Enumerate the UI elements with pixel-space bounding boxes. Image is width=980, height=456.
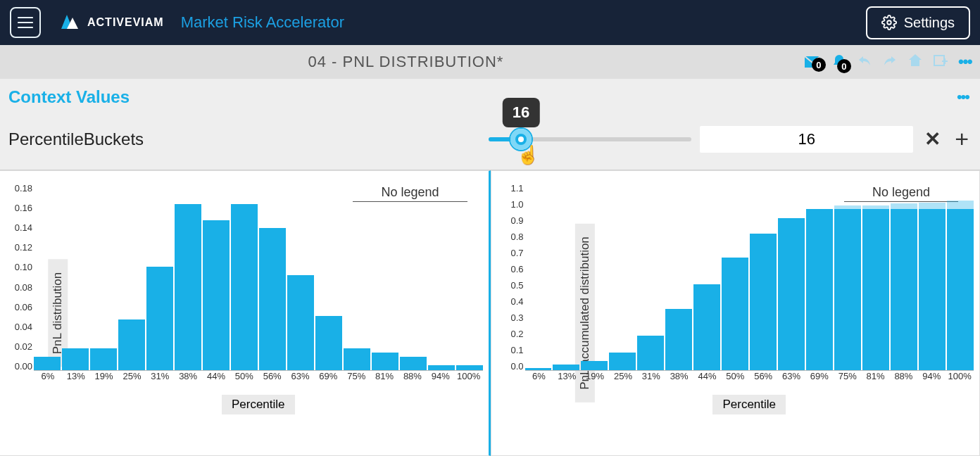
gear-icon bbox=[881, 15, 897, 30]
home-button[interactable] bbox=[907, 53, 923, 71]
bar[interactable] bbox=[315, 316, 342, 370]
chart-x-axis: 6%13%19%25%31%38%44%50%56%63%69%75%81%88… bbox=[525, 371, 974, 388]
bar[interactable] bbox=[428, 365, 455, 370]
bar[interactable] bbox=[344, 348, 370, 370]
bar[interactable] bbox=[722, 258, 748, 370]
bar[interactable] bbox=[203, 220, 230, 370]
undo-button[interactable] bbox=[857, 53, 872, 70]
bar[interactable] bbox=[525, 368, 552, 370]
remove-context-button[interactable]: ✕ bbox=[922, 127, 943, 151]
bar[interactable] bbox=[287, 275, 314, 370]
bar[interactable] bbox=[778, 218, 805, 370]
bar[interactable] bbox=[34, 357, 61, 370]
settings-button[interactable]: Settings bbox=[866, 6, 970, 39]
bar[interactable] bbox=[891, 209, 917, 370]
x-tick: 75% bbox=[834, 371, 862, 388]
brand-logo-icon bbox=[55, 8, 83, 37]
x-tick: 81% bbox=[370, 371, 398, 388]
bar[interactable] bbox=[175, 204, 201, 370]
slider-tooltip: 16 bbox=[503, 98, 539, 127]
bar[interactable] bbox=[665, 309, 692, 370]
y-tick: 1.0 bbox=[498, 200, 524, 209]
chart-pnl-distribution: PnL distribution No legend 0.180.160.140… bbox=[0, 170, 491, 456]
bar[interactable] bbox=[118, 319, 145, 370]
y-tick: 0.04 bbox=[7, 322, 32, 331]
top-nav: ACTIVEVIAM Market Risk Accelerator Setti… bbox=[0, 0, 980, 45]
y-tick: 1.1 bbox=[498, 184, 524, 193]
bar[interactable] bbox=[231, 204, 258, 370]
bar[interactable] bbox=[862, 209, 889, 370]
bar[interactable] bbox=[146, 267, 173, 370]
x-tick: 6% bbox=[525, 371, 553, 388]
svg-point-5 bbox=[887, 20, 891, 25]
bar[interactable] bbox=[400, 357, 427, 370]
add-context-button[interactable]: + bbox=[952, 125, 972, 153]
title-bar: 04 - PNL DISTRIBUTION* 0 0 ••• bbox=[0, 45, 980, 79]
alerts-button[interactable]: 0 bbox=[831, 53, 847, 70]
add-panel-icon bbox=[933, 53, 948, 68]
bar[interactable] bbox=[750, 234, 777, 370]
x-tick: 38% bbox=[174, 371, 202, 388]
bar[interactable] bbox=[456, 365, 483, 370]
bar[interactable] bbox=[609, 353, 636, 370]
y-tick: 0.4 bbox=[498, 297, 524, 306]
chart-x-label: Percentile bbox=[222, 395, 295, 414]
chart-y-axis: 1.11.00.90.80.70.60.50.40.30.20.10.0 bbox=[498, 184, 524, 371]
x-tick: 50% bbox=[230, 371, 258, 388]
context-values-panel: Context Values ••• PercentileBuckets 16 … bbox=[0, 79, 980, 170]
redo-icon bbox=[882, 53, 898, 68]
x-tick: 25% bbox=[609, 371, 637, 388]
percentile-slider[interactable]: 16 ☝️ bbox=[489, 137, 691, 141]
bar[interactable] bbox=[947, 209, 974, 370]
bar[interactable] bbox=[806, 209, 833, 370]
chart-bars bbox=[34, 184, 483, 371]
menu-toggle-button[interactable] bbox=[10, 7, 41, 38]
slider-thumb[interactable] bbox=[510, 129, 532, 150]
chart-pnl-accumulated: PnL accumulated distribution No legend 1… bbox=[491, 170, 981, 456]
more-menu-button[interactable]: ••• bbox=[958, 52, 972, 72]
bar[interactable] bbox=[372, 353, 398, 370]
y-tick: 0.7 bbox=[498, 248, 524, 258]
app-title: Market Risk Accelerator bbox=[181, 13, 344, 32]
x-tick: 69% bbox=[805, 371, 834, 388]
x-tick: 88% bbox=[889, 371, 917, 388]
context-menu-button[interactable]: ••• bbox=[957, 88, 972, 106]
messages-count: 0 bbox=[812, 58, 826, 72]
chart-y-axis: 0.180.160.140.120.100.080.060.040.020.00 bbox=[7, 184, 32, 371]
chart-x-axis: 6%13%19%25%31%38%44%50%56%63%69%75%81%88… bbox=[34, 371, 483, 388]
settings-label: Settings bbox=[904, 15, 955, 31]
x-tick: 13% bbox=[553, 371, 581, 388]
x-tick: 94% bbox=[427, 371, 455, 388]
context-field-label: PercentileBuckets bbox=[8, 129, 480, 149]
x-tick: 50% bbox=[721, 371, 749, 388]
chart-plot: 1.11.00.90.80.70.60.50.40.30.20.10.0 6%1… bbox=[525, 184, 974, 388]
brand-name: ACTIVEVIAM bbox=[87, 16, 164, 29]
x-tick: 38% bbox=[665, 371, 693, 388]
bar[interactable] bbox=[259, 228, 286, 370]
x-tick: 19% bbox=[90, 371, 118, 388]
x-tick: 19% bbox=[581, 371, 609, 388]
bar[interactable] bbox=[919, 209, 946, 370]
bar[interactable] bbox=[834, 209, 861, 370]
x-tick: 13% bbox=[62, 371, 90, 388]
chart-bars bbox=[525, 184, 974, 371]
brand-logo: ACTIVEVIAM bbox=[49, 8, 164, 37]
bar[interactable] bbox=[90, 348, 117, 370]
y-tick: 0.9 bbox=[498, 216, 524, 225]
messages-button[interactable]: 0 bbox=[803, 55, 822, 69]
y-tick: 0.8 bbox=[498, 232, 524, 241]
y-tick: 0.0 bbox=[498, 362, 524, 371]
bar[interactable] bbox=[553, 365, 579, 370]
chart-plot: 0.180.160.140.120.100.080.060.040.020.00… bbox=[34, 184, 483, 388]
x-tick: 25% bbox=[118, 371, 146, 388]
bar[interactable] bbox=[581, 361, 608, 370]
x-tick: 94% bbox=[917, 371, 946, 388]
x-tick: 31% bbox=[146, 371, 174, 388]
y-tick: 0.06 bbox=[7, 303, 32, 312]
add-panel-button[interactable] bbox=[933, 53, 948, 71]
bar[interactable] bbox=[62, 348, 89, 370]
redo-button[interactable] bbox=[882, 53, 898, 70]
bar[interactable] bbox=[693, 284, 720, 370]
bar[interactable] bbox=[637, 336, 664, 370]
slider-value-input[interactable] bbox=[700, 126, 913, 153]
